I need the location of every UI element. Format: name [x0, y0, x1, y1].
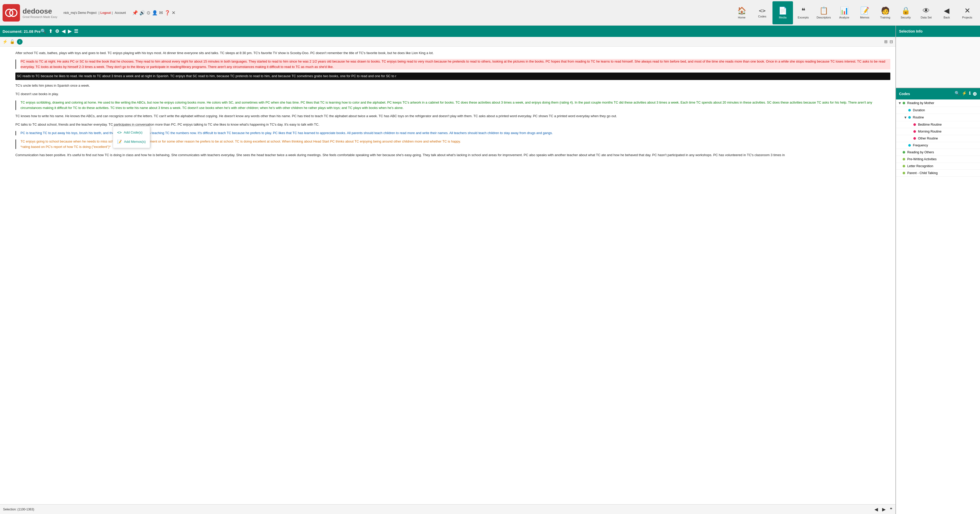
- code-item-other-routine[interactable]: Other Routine: [896, 135, 980, 142]
- nav-excerpts-label: Excerpts: [798, 16, 809, 19]
- code-dot: [903, 158, 905, 160]
- nav-security[interactable]: 🔒 Security: [896, 1, 916, 24]
- nav-back[interactable]: ◀ Back: [937, 1, 957, 24]
- pin-icon[interactable]: 📌: [132, 10, 138, 16]
- nav-codes[interactable]: <> Codes: [752, 1, 772, 24]
- person-icon[interactable]: 👤: [152, 10, 158, 16]
- next-icon[interactable]: ▶: [68, 29, 72, 34]
- code-item-pre-writing-activities[interactable]: Pre-Writing Activities: [896, 156, 980, 163]
- bracket-p2: [15, 59, 16, 69]
- logo-area: dedoose Great Research Made Easy: [3, 4, 57, 22]
- code-label: Bedtime Routine: [918, 123, 942, 126]
- code-dot: [913, 123, 916, 126]
- code-dot: [903, 151, 905, 153]
- bracket-p9: [15, 131, 16, 136]
- selection-prev[interactable]: ◀: [875, 506, 878, 512]
- code-label: Frequency: [913, 144, 928, 147]
- add-memos-icon: 📝: [117, 139, 122, 145]
- nav-analyze[interactable]: 📊 Analyze: [834, 1, 854, 24]
- codes-add-icon[interactable]: ⊕: [972, 91, 977, 97]
- user-project: nick_mq's Demo Project: [64, 11, 97, 14]
- logout-button[interactable]: Logout: [100, 11, 111, 14]
- logo-tagline: Great Research Made Easy: [22, 15, 57, 18]
- arrow-icon: ▼: [904, 115, 907, 120]
- selection-label: Selection: (1100-1363): [3, 508, 34, 511]
- codes-header-icons: 🔍 ⚡ ℹ ⊕: [955, 91, 977, 97]
- codes-info-icon[interactable]: ℹ: [969, 91, 970, 97]
- nav-projects[interactable]: ✕ Projects: [957, 1, 977, 24]
- code-item-parent-child-talking[interactable]: Parent - Child Talking: [896, 170, 980, 177]
- code-dot: [908, 116, 911, 119]
- add-codes-icon: <>: [117, 129, 122, 136]
- selection-bar: Selection: (1100-1363) ◀ ▶ ❝: [0, 504, 896, 514]
- filter-icon[interactable]: ⚡: [3, 39, 8, 44]
- info-icon[interactable]: i: [17, 39, 22, 45]
- speaker-icon[interactable]: 🔊: [139, 10, 145, 16]
- add-codes-menu-item[interactable]: <> Add Code(s): [113, 128, 150, 137]
- paragraph-p7: TC knows how to write his name. He knows…: [15, 113, 890, 119]
- paragraph-p10: TC enjoys going to school because when h…: [21, 139, 890, 150]
- nav-home[interactable]: 🏠 Home: [732, 1, 752, 24]
- code-item-routine[interactable]: ▼Routine: [896, 114, 980, 121]
- account-label[interactable]: Account: [115, 11, 126, 14]
- back-icon: ◀: [944, 6, 950, 15]
- code-dot: [913, 137, 916, 140]
- paragraph-p1: After school TC eats, bathes, plays with…: [15, 51, 890, 56]
- selection-nav-arrows: ◀ ▶: [875, 506, 886, 512]
- nav-excerpts[interactable]: ❝ Excerpts: [793, 1, 813, 24]
- code-label: Parent - Child Talking: [907, 171, 938, 175]
- nav-dataset[interactable]: 👁 Data Set: [916, 1, 937, 24]
- add-memos-menu-item[interactable]: 📝 Add Memos(s): [113, 137, 150, 146]
- nav-dataset-label: Data Set: [921, 16, 932, 19]
- code-item-bedtime-routine[interactable]: Bedtime Routine: [896, 121, 980, 128]
- nav-descriptors[interactable]: 📋 Descriptors: [813, 1, 834, 24]
- nav-back-label: Back: [943, 16, 950, 19]
- code-item-duration[interactable]: Duration: [896, 107, 980, 114]
- codes-icon: <>: [759, 8, 766, 14]
- code-label: Morning Routine: [918, 130, 942, 133]
- selection-info-header: Selection Info: [896, 26, 980, 37]
- codes-filter-icon[interactable]: ⚡: [962, 91, 967, 97]
- codes-search-icon[interactable]: 🔍: [955, 91, 960, 97]
- grid-icon[interactable]: ⊞: [884, 39, 888, 44]
- user-bar: nick_mq's Demo Project | Logout | Accoun…: [62, 11, 130, 14]
- toolbar-right: ⊞ ⊟: [884, 39, 893, 44]
- code-label: Letter Recognition: [907, 164, 933, 168]
- upload-icon[interactable]: ⬆: [49, 29, 52, 34]
- top-icons: 📌 🔊 ⊙ 👤 ✉ ❓ ✕: [132, 10, 175, 16]
- settings-icon[interactable]: ⚙: [55, 29, 59, 34]
- nav-toolbar: 🏠 Home <> Codes 📄 Media ❝ Excerpts 📋 Des…: [732, 1, 977, 24]
- prev-icon[interactable]: ◀: [62, 29, 65, 34]
- nav-media[interactable]: 📄 Media: [772, 1, 793, 24]
- code-label: Pre-Writing Activities: [907, 157, 937, 161]
- code-label: Reading by Others: [907, 150, 934, 154]
- nav-training[interactable]: 🧑 Training: [875, 1, 896, 24]
- code-item-reading-by-others[interactable]: Reading by Others: [896, 149, 980, 156]
- right-panel: Selection Info Codes 🔍 ⚡ ℹ ⊕ ▼Reading by…: [896, 26, 980, 514]
- media-icon: 📄: [778, 6, 788, 15]
- code-item-letter-recognition[interactable]: Letter Recognition: [896, 163, 980, 170]
- doc-content[interactable]: After school TC eats, bathes, plays with…: [0, 47, 896, 504]
- circle-icon[interactable]: ⊙: [146, 10, 150, 16]
- codes-list: ▼Reading by MotherDuration▼RoutineBedtim…: [896, 99, 980, 514]
- selection-next[interactable]: ▶: [882, 506, 886, 512]
- doc-title: Document: 21.08 Pre: [3, 29, 40, 34]
- code-item-frequency[interactable]: Frequency: [896, 142, 980, 149]
- help-icon[interactable]: ❓: [164, 10, 170, 16]
- code-dot: [903, 165, 905, 168]
- codes-header: Codes 🔍 ⚡ ℹ ⊕: [896, 88, 980, 99]
- table-icon[interactable]: ⊟: [889, 39, 893, 44]
- search-icon[interactable]: 🔍: [40, 29, 46, 34]
- paragraph-p2: PC reads to TC at night. He asks PC or S…: [21, 59, 890, 70]
- paragraph-p11: Communication has been positive. It's us…: [15, 153, 890, 158]
- code-item-reading-by-mother[interactable]: ▼Reading by Mother: [896, 99, 980, 107]
- close-x-icon[interactable]: ✕: [172, 10, 175, 16]
- memos-icon: 📝: [860, 6, 869, 15]
- lock-icon[interactable]: 🔓: [10, 39, 15, 44]
- paragraph-p6-wrap: TC enjoys scribbling, drawing and colori…: [15, 100, 890, 111]
- quote-icon[interactable]: ❝: [890, 506, 892, 512]
- list-icon[interactable]: ☰: [74, 29, 78, 34]
- code-item-morning-routine[interactable]: Morning Routine: [896, 128, 980, 135]
- nav-memos[interactable]: 📝 Memos: [854, 1, 875, 24]
- mail-icon[interactable]: ✉: [159, 10, 163, 16]
